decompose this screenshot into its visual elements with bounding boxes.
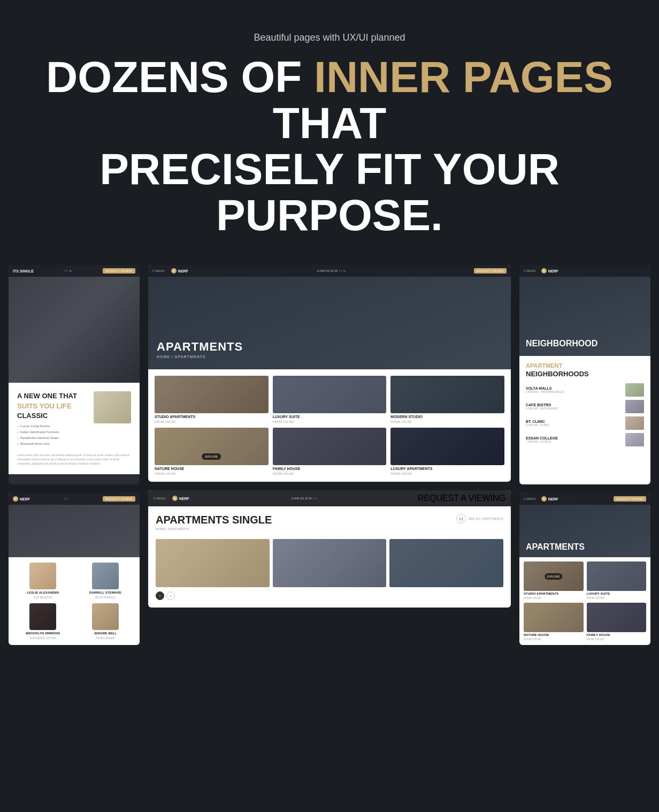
left-bottom-request-btn[interactable]: REQUEST A VIEWING <box>103 496 135 502</box>
apt-single-breadcrumb: HOME / APARTMENTS <box>156 527 272 530</box>
explore-badge: EXPLORE <box>202 453 221 460</box>
n-item-img-4 <box>625 433 644 446</box>
header-title-line2: PRECISELY FIT YOUR PURPOSE. <box>99 145 560 239</box>
mini-apt-img-2 <box>587 561 647 591</box>
right-top-nerf-logo: N NERF <box>541 268 558 274</box>
center-bottom-nav-icons: +3 948 231 32 00 f t <box>290 497 316 500</box>
center-top-card: ≡ MENU N NERF +3 948 231 32 00 f t in RE… <box>148 265 511 482</box>
center-bottom-nerf-logo: N NERF <box>172 496 189 501</box>
agent-photo-2 <box>92 563 119 589</box>
mini-apt-price-2: FROM 125 M2 <box>587 596 647 599</box>
mini-apt-3: NATURE HOUSE FROM 125 M2 <box>524 603 584 641</box>
center-bottom-request-btn[interactable]: REQUEST A VIEWING <box>418 494 505 503</box>
nav-dot-next[interactable]: › <box>166 591 175 600</box>
left-top-nav-label: ITS SINGLE <box>13 269 34 273</box>
agent-item: BROOKLYN SIMMONS SOFTWARE TESTER <box>14 603 72 640</box>
agent-role-1: TOP REALTOR <box>34 596 52 599</box>
apt-img-luxury-suite <box>273 376 387 413</box>
left-top-heading-highlight: SUITS YOU LIFE <box>17 402 72 410</box>
left-top-content: A NEW ONE THAT SUITS YOU LIFE CLASSIC Lu… <box>9 383 140 474</box>
neighborhood-item-1: VOLTA MALLS 3 KM FAR - SHOPPING MALLS <box>526 383 644 397</box>
apt-card-modern-studio: MODERN STUDIO FROM 125 M2 <box>390 376 504 423</box>
n-item-name-2: CAFE BISTRO <box>526 403 622 407</box>
apt-name-studio: STUDIO APARTMENTS <box>155 415 269 419</box>
left-bottom-hero: N NERF f t REQUEST A VIEWING <box>9 493 140 557</box>
header-section: Beautiful pages with UX/UI planned DOZEN… <box>0 0 659 260</box>
apt-single-nav-dots: ‹ › <box>156 591 503 600</box>
neighborhood-item-4: ESSAN COLLEGE 1 KM FAR - SCHOOL <box>526 433 644 446</box>
neighborhood-content: APARTMENT NEIGHBORHOODS VOLTA MALLS 3 KM… <box>519 356 650 484</box>
right-bottom-nerf-logo: N NERF <box>541 496 558 502</box>
apartments-grid: STUDIO APARTMENTS FROM 125 M2 LUXURY SUI… <box>148 369 511 482</box>
right-bottom-request-btn[interactable]: REQUEST A VIEWING <box>614 496 646 502</box>
n-item-info-1: VOLTA MALLS 3 KM FAR - SHOPPING MALLS <box>526 386 622 393</box>
mini-apt-2: LUXURY SUITE FROM 125 M2 <box>587 561 647 599</box>
agent-item: JEROME BELL TEAM LEADER <box>76 603 135 640</box>
left-top-body-text: Lorem ipsum dolor sit amet, consectetur … <box>17 453 131 466</box>
agent-name-3: BROOKLYN SIMMONS <box>26 632 60 635</box>
see-all-link[interactable]: SEE ALL APARTMENTS <box>468 517 503 520</box>
header-title-part1: DOZENS OF <box>46 52 314 101</box>
right-column: ≡ MENU N NERF NEIGHBORHOOD APARTMENT NEI… <box>519 265 650 645</box>
apt-single-img-2 <box>273 539 387 587</box>
apt-card-studio: STUDIO APARTMENTS FROM 125 M2 <box>155 376 269 423</box>
apt-img-luxury-apt <box>390 428 504 465</box>
agent-item: DARRELL STEWARD VP OF FINANCE <box>76 563 135 599</box>
apt-name-family-house: FAMILY HOUSE <box>273 467 387 470</box>
page-indicator: 01 <box>456 514 466 523</box>
apt-single-title: APARTMENTS SINGLE <box>156 514 272 526</box>
apt-img-nature-house: EXPLORE <box>155 428 269 465</box>
agent-role-2: VP OF FINANCE <box>95 596 116 599</box>
center-bottom-card: ≡ MENU N NERF +3 948 231 32 00 f t REQUE… <box>148 490 511 608</box>
right-bottom-nav-bar: ≡ MENU N NERF REQUEST A VIEWING <box>519 493 650 505</box>
n-item-img-1 <box>625 383 644 397</box>
apt-single-images <box>156 539 503 587</box>
agent-name-2: DARRELL STEWARD <box>89 591 121 594</box>
neighborhood-section-title: NEIGHBORHOODS <box>526 370 644 378</box>
agent-item: LESLIE ALEXANDER TOP REALTOR <box>14 563 72 599</box>
agent-avatar-4 <box>92 603 119 630</box>
nav-dot-prev[interactable]: ‹ <box>156 591 164 600</box>
apt-single-img-1 <box>156 539 270 587</box>
center-top-hero: ≡ MENU N NERF +3 948 231 32 00 f t in RE… <box>148 265 511 369</box>
center-bottom-title-area: APARTMENTS SINGLE HOME / APARTMENTS <box>156 514 272 536</box>
nerf-label: NERF <box>20 497 30 501</box>
n-item-desc-2: 4 KM FAR - RESTAURANT <box>526 407 622 410</box>
n-item-img-3 <box>625 416 644 430</box>
header-title: DOZENS OF INNER PAGES THAT PRECISELY FIT… <box>21 54 638 238</box>
agent-avatar-2 <box>92 563 119 589</box>
mini-apt-name-3: NATURE HOUSE <box>524 633 584 636</box>
n-item-desc-3: 5 KM FAR - CLINIC <box>526 423 622 427</box>
apt-img-family-house <box>273 428 387 465</box>
agents-grid: LESLIE ALEXANDER TOP REALTOR DARRELL STE… <box>9 557 140 645</box>
apt-name-luxury-apt: LUXURY APARTMENTS <box>390 467 504 470</box>
agent-name-1: LESLIE ALEXANDER <box>27 591 59 594</box>
see-all-area: 01 SEE ALL APARTMENTS <box>456 514 503 523</box>
nerf-icon: N <box>13 496 18 502</box>
left-top-card: ITS SINGLE f t in REQUEST A VIEWING A NE… <box>9 265 140 484</box>
agent-role-4: TEAM LEADER <box>96 636 114 640</box>
agent-role-3: SOFTWARE TESTER <box>30 636 56 640</box>
left-top-nav-icons: f t in <box>65 269 72 272</box>
agent-name-4: JEROME BELL <box>94 632 117 635</box>
center-top-nerf-logo: N NERF <box>171 268 188 274</box>
agent-avatar-3 <box>29 603 56 630</box>
left-bottom-nerf-logo: N NERF <box>13 496 30 502</box>
right-top-card: ≡ MENU N NERF NEIGHBORHOOD APARTMENT NEI… <box>519 265 650 484</box>
center-top-contact: +3 948 231 32 00 f t in <box>316 269 346 272</box>
right-top-hero: ≡ MENU N NERF NEIGHBORHOOD <box>519 265 650 356</box>
n-item-desc-1: 3 KM FAR - SHOPPING MALLS <box>526 390 622 393</box>
left-top-hero-image: ITS SINGLE f t in REQUEST A VIEWING <box>9 265 140 383</box>
apt-img-modern-studio <box>390 376 504 413</box>
feature-item: Bluetooth Room Key <box>17 442 86 446</box>
left-top-request-btn[interactable]: REQUEST A VIEWING <box>103 268 135 274</box>
right-bottom-card: ≡ MENU N NERF REQUEST A VIEWING APARTMEN… <box>519 493 650 645</box>
center-top-hero-title: APARTMENTS HOME / APARTMENTS <box>157 340 243 359</box>
center-top-request-btn[interactable]: REQUEST A VIEWING <box>474 268 507 274</box>
apt-price-luxury-apt: FROM 125 M2 <box>390 472 504 475</box>
left-top-feature-list: Luxury Living Rooms Italian Handmade Fur… <box>17 424 86 446</box>
mini-apt-4: FAMILY HOUSE FROM 125 M2 <box>587 603 647 641</box>
apt-price-nature-house: FROM 125 M2 <box>155 472 269 475</box>
apt-card-luxury-apt: LUXURY APARTMENTS FROM 125 M2 <box>390 428 504 475</box>
center-top-hero-sub: HOME / APARTMENTS <box>157 355 243 359</box>
